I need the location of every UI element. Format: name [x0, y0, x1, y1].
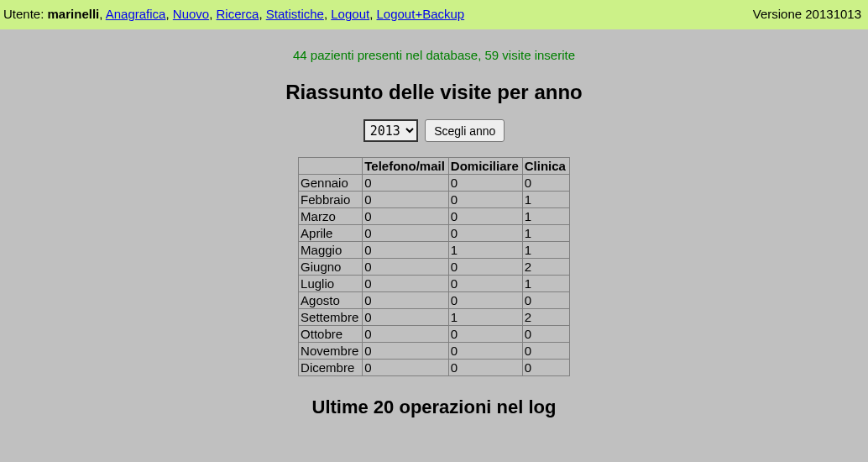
- cell-value: 0: [363, 192, 449, 208]
- cell-value: 0: [448, 192, 522, 208]
- nav-statistiche[interactable]: Statistiche: [266, 7, 324, 21]
- choose-year-button[interactable]: Scegli anno: [425, 119, 505, 142]
- table-row: Settembre012: [299, 309, 570, 326]
- cell-value: 0: [363, 276, 449, 292]
- table-row: Novembre000: [299, 343, 570, 360]
- col-clinica: Clinica: [522, 158, 569, 175]
- nav-nuovo[interactable]: Nuovo: [173, 7, 209, 21]
- topbar-left: Utente: marinelli, Anagrafica, Nuovo, Ri…: [3, 7, 464, 21]
- topbar: Utente: marinelli, Anagrafica, Nuovo, Ri…: [0, 0, 868, 29]
- cell-value: 0: [448, 276, 522, 292]
- table-row: Dicembre000: [299, 360, 570, 376]
- table-row: Giugno002: [299, 259, 570, 276]
- stats-line: 44 pazienti presenti nel database, 59 vi…: [0, 48, 868, 62]
- cell-value: 0: [363, 208, 449, 225]
- cell-value: 1: [448, 242, 522, 259]
- cell-value: 0: [363, 326, 449, 343]
- cell-value: 0: [363, 343, 449, 360]
- cell-value: 0: [363, 309, 449, 326]
- nav-logout[interactable]: Logout: [331, 7, 369, 21]
- row-label: Marzo: [299, 208, 363, 225]
- cell-value: 1: [522, 192, 569, 208]
- nav-anagrafica[interactable]: Anagrafica: [106, 7, 166, 21]
- row-label: Dicembre: [299, 360, 363, 376]
- cell-value: 2: [522, 259, 569, 276]
- username: marinelli: [48, 7, 100, 21]
- row-label: Agosto: [299, 292, 363, 309]
- year-form: 2013 Scegli anno: [0, 119, 868, 142]
- cell-value: 0: [363, 175, 449, 192]
- cell-value: 0: [363, 292, 449, 309]
- user-label: Utente:: [3, 7, 48, 21]
- cell-value: 0: [448, 326, 522, 343]
- nav-ricerca[interactable]: Ricerca: [217, 7, 259, 21]
- cell-value: 1: [522, 208, 569, 225]
- table-row: Febbraio001: [299, 192, 570, 208]
- cell-value: 2: [522, 309, 569, 326]
- cell-value: 0: [522, 343, 569, 360]
- row-label: Febbraio: [299, 192, 363, 208]
- cell-value: 1: [448, 309, 522, 326]
- cell-value: 1: [522, 225, 569, 242]
- table-row: Agosto000: [299, 292, 570, 309]
- cell-value: 0: [363, 242, 449, 259]
- table-row: Aprile001: [299, 225, 570, 242]
- cell-value: 1: [522, 242, 569, 259]
- cell-value: 0: [448, 225, 522, 242]
- table-row: Maggio011: [299, 242, 570, 259]
- cell-value: 0: [363, 225, 449, 242]
- table-row: Marzo001: [299, 208, 570, 225]
- log-title: Ultime 20 operazioni nel log: [0, 396, 868, 418]
- cell-value: 0: [448, 259, 522, 276]
- row-label: Ottobre: [299, 326, 363, 343]
- row-label: Novembre: [299, 343, 363, 360]
- cell-value: 0: [363, 360, 449, 376]
- row-label: Giugno: [299, 259, 363, 276]
- col-telefono: Telefono/mail: [363, 158, 449, 175]
- table-row: Ottobre000: [299, 326, 570, 343]
- cell-value: 0: [522, 326, 569, 343]
- year-select[interactable]: 2013: [363, 119, 418, 142]
- cell-value: 0: [363, 259, 449, 276]
- visits-table: Telefono/mail Domiciliare Clinica Gennai…: [298, 157, 570, 376]
- row-label: Settembre: [299, 309, 363, 326]
- cell-value: 1: [522, 276, 569, 292]
- cell-value: 0: [448, 292, 522, 309]
- row-label: Maggio: [299, 242, 363, 259]
- col-domiciliare: Domiciliare: [448, 158, 522, 175]
- cell-value: 0: [522, 292, 569, 309]
- cell-value: 0: [448, 360, 522, 376]
- cell-value: 0: [522, 360, 569, 376]
- row-label: Luglio: [299, 276, 363, 292]
- table-row: Luglio001: [299, 276, 570, 292]
- page-title: Riassunto delle visite per anno: [0, 81, 868, 104]
- nav-logout-backup[interactable]: Logout+Backup: [377, 7, 465, 21]
- version-label: Versione 20131013: [753, 7, 863, 21]
- cell-value: 0: [448, 208, 522, 225]
- table-corner: [299, 158, 363, 175]
- row-label: Aprile: [299, 225, 363, 242]
- table-row: Gennaio000: [299, 175, 570, 192]
- row-label: Gennaio: [299, 175, 363, 192]
- cell-value: 0: [522, 175, 569, 192]
- cell-value: 0: [448, 343, 522, 360]
- cell-value: 0: [448, 175, 522, 192]
